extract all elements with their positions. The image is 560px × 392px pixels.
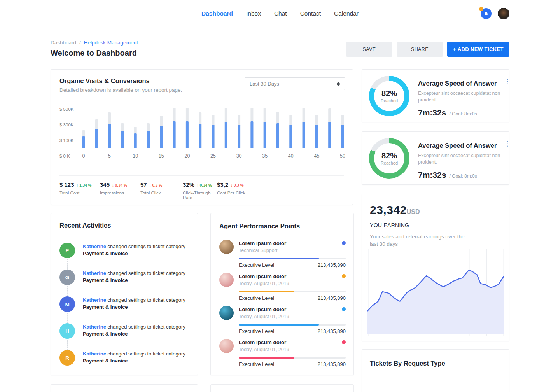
donut-percent: 82% [382, 151, 397, 160]
add-new-ticket-button[interactable]: + ADD NEW TICKET [447, 42, 509, 57]
agent-progress-fill [239, 357, 294, 359]
agent-progress-fill [239, 291, 294, 292]
donut-percent: 82% [382, 89, 397, 98]
nav-item-chat[interactable]: Chat [274, 10, 287, 17]
kebab-menu-icon[interactable]: ⋮ [504, 79, 511, 87]
agent-status-dot [342, 307, 346, 311]
activity-avatar: H [60, 323, 75, 339]
header-actions: SAVE SHARE + ADD NEW TICKET [346, 42, 509, 57]
kpi-stat: 57 ↓ 0,3 % Total Click [140, 181, 183, 200]
agent-item: Lorem ipsum dolor Technical Support Exec… [219, 240, 346, 273]
main-nav: DashboardInboxChatContactCalendar [0, 0, 560, 27]
agent-progress-track [239, 291, 346, 292]
kpi-stat: $3,2 ↓ 0,3 % Cost Per Click [217, 181, 271, 200]
agent-points: 213,435,890 [318, 361, 346, 367]
svg-text:50: 50 [340, 153, 345, 159]
page-title: Welcome to Dashboard [51, 49, 137, 58]
organic-stats-row: $ 123 ↑ 1,34 % Total Cost 345 ↓ 0,34 % I… [60, 175, 344, 200]
stat-label: Click-Through Rate [183, 191, 217, 200]
agent-progress-track [239, 357, 346, 359]
activity-user[interactable]: Katherine [83, 351, 106, 357]
breadcrumb-root[interactable]: Dashboard [51, 40, 76, 46]
agent-level-label: Executive Level [239, 295, 274, 301]
agent-status-dot [342, 241, 346, 245]
nav-item-calendar[interactable]: Calendar [334, 10, 359, 17]
activity-user[interactable]: Katherine [83, 297, 106, 303]
activity-text: Katherine changed settings to ticket cat… [83, 296, 186, 323]
agent-subtitle: Today, August 01, 2019 [239, 281, 289, 286]
svg-text:25: 25 [210, 153, 216, 159]
nav-item-dashboard[interactable]: Dashboard [201, 10, 233, 17]
activity-target[interactable]: Payment & Invoice [83, 277, 128, 283]
agent-progress-track [239, 258, 346, 259]
activity-item: H Katherine changed settings to ticket c… [60, 323, 191, 350]
activity-avatar: M [60, 296, 75, 312]
navbar: DashboardInboxChatContactCalendar [0, 0, 560, 27]
agent-level-row: Executive Level 213,435,890 [239, 328, 346, 334]
agent-status-dot [342, 340, 346, 344]
agent-subtitle: Today, August 01, 2019 [239, 347, 289, 352]
bottom-card-left [51, 384, 198, 392]
agent-subtitle: Today, August 01, 2019 [239, 314, 289, 319]
user-avatar[interactable] [498, 8, 509, 19]
notifications-button[interactable] [481, 8, 492, 19]
activity-user[interactable]: Katherine [83, 243, 106, 249]
date-range-select[interactable]: Last 30 Days [245, 77, 345, 90]
activity-user[interactable]: Katherine [83, 324, 106, 330]
stat-delta: ↓ 0,3 % [231, 183, 243, 187]
speed-card-title: Average Speed of Answer [418, 80, 497, 87]
nav-item-contact[interactable]: Contact [300, 10, 321, 17]
agent-progress-fill [239, 324, 319, 326]
recent-activities-card: Recent Activities E Katherine changed se… [51, 213, 198, 375]
activity-user[interactable]: Katherine [83, 270, 106, 276]
stat-delta: ↓ 0,34 % [112, 183, 127, 187]
speed-goal-label: / Goal: 8m:0s [449, 111, 477, 117]
organic-bar-chart: $ 500K$ 300K$ 100K$ 0 K05101520253035404… [60, 102, 345, 161]
activity-avatar: G [60, 270, 75, 285]
agent-points: 213,435,890 [318, 262, 346, 268]
svg-text:$ 300K: $ 300K [60, 122, 74, 127]
share-button[interactable]: SHARE [397, 42, 443, 57]
kebab-menu-icon[interactable]: ⋮ [504, 141, 511, 149]
breadcrumb-current[interactable]: Helpdesk Management [84, 40, 138, 46]
svg-text:$ 0 K: $ 0 K [60, 154, 70, 158]
stat-label: Total Click [140, 191, 183, 195]
activity-target[interactable]: Payment & Invoice [83, 304, 128, 310]
speed-time-value: 7m:32s [418, 108, 446, 117]
earnings-amount: 23,342 [370, 203, 407, 217]
activity-text: Katherine changed settings to ticket cat… [83, 350, 186, 377]
speed-card-title: Average Speed of Answer [418, 142, 497, 149]
activity-action: changed settings to ticket category [108, 351, 186, 357]
organic-visits-card: Organic Visits & Conversions Detailed br… [51, 69, 353, 205]
activity-target[interactable]: Payment & Invoice [83, 331, 128, 337]
notification-badge [479, 7, 483, 11]
activity-target[interactable]: Payment & Invoice [83, 358, 128, 364]
save-button[interactable]: SAVE [346, 42, 392, 57]
svg-text:$ 500K: $ 500K [60, 107, 74, 112]
organic-card-subtitle: Detailed breakdown is available on your … [60, 87, 182, 93]
tickets-by-request-card: Tickets By Request Type [362, 349, 509, 392]
agent-avatar [219, 273, 234, 287]
earnings-description: Your sales and referral earnings over th… [370, 233, 467, 248]
agent-points: 213,435,890 [318, 328, 346, 334]
speed-donut-chart: 82% Reached [369, 76, 410, 116]
svg-text:35: 35 [262, 153, 268, 159]
activity-target[interactable]: Payment & Invoice [83, 250, 128, 256]
date-range-value: Last 30 Days [250, 81, 279, 87]
svg-text:30: 30 [236, 153, 242, 159]
agent-avatar [219, 306, 234, 320]
stat-delta: ↑ 0,34 % [197, 183, 212, 187]
earnings-area-chart [368, 249, 504, 336]
agent-item: Lorem ipsum dolor Today, August 01, 2019… [219, 273, 346, 306]
nav-item-inbox[interactable]: Inbox [246, 10, 261, 17]
speed-card-desc: Excepteur sint occaecat cupidatat non pr… [418, 152, 511, 166]
kpi-stat: $ 123 ↑ 1,34 % Total Cost [60, 181, 100, 200]
agent-avatar [219, 339, 234, 353]
avg-speed-card-1: 82% Reached Average Speed of Answer ⋮ Ex… [362, 69, 509, 122]
agent-level-label: Executive Level [239, 361, 274, 367]
agent-level-row: Executive Level 213,435,890 [239, 361, 346, 367]
agent-name: Lorem ipsum dolor [239, 306, 289, 312]
stat-label: Cost Per Click [217, 191, 271, 195]
navbar-right [481, 0, 509, 27]
activity-item: R Katherine changed settings to ticket c… [60, 350, 191, 377]
